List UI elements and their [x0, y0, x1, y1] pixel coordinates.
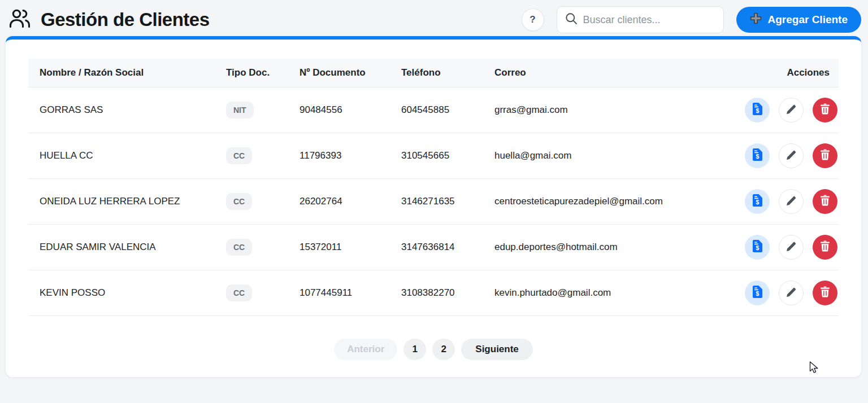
- delete-button[interactable]: [813, 281, 837, 305]
- invoice-button[interactable]: $: [745, 281, 770, 305]
- phone: 3147636814: [390, 224, 483, 270]
- trash-icon: [820, 286, 830, 299]
- doc-number: 90484556: [288, 87, 390, 133]
- svg-text:$: $: [756, 153, 759, 160]
- trash-icon: [820, 103, 830, 116]
- phone: 310545665: [390, 133, 483, 178]
- phone: 604545885: [390, 87, 483, 133]
- svg-text:$: $: [756, 199, 759, 205]
- help-button[interactable]: ?: [522, 8, 544, 31]
- doc-number: 26202764: [288, 178, 390, 224]
- edit-button[interactable]: [779, 189, 804, 214]
- client-name: HUELLA CC: [28, 133, 215, 178]
- search-input[interactable]: [583, 14, 715, 26]
- doc-type-badge: CC: [226, 239, 252, 256]
- add-client-label: Agregar Cliente: [768, 14, 848, 26]
- page-header: Gestión de Clientes ? Agregar Cliente: [0, 0, 868, 36]
- invoice-dollar-icon: $: [753, 103, 762, 117]
- add-client-button[interactable]: Agregar Cliente: [736, 7, 861, 33]
- pencil-icon: [786, 104, 797, 116]
- phone: 3146271635: [390, 178, 483, 224]
- table-row: GORRAS SAS NIT 90484556 604545885 grras@…: [28, 87, 839, 133]
- invoice-dollar-icon: $: [753, 286, 762, 300]
- trash-icon: [820, 195, 830, 208]
- edit-button[interactable]: [779, 98, 804, 122]
- client-name: KEVIN POSSO: [28, 270, 215, 316]
- invoice-button[interactable]: $: [745, 189, 770, 214]
- col-phone: Teléfono: [390, 59, 483, 87]
- email: grras@gmai.com: [483, 87, 720, 133]
- invoice-button[interactable]: $: [745, 235, 770, 260]
- doc-type-badge: CC: [226, 193, 252, 210]
- client-name: EDUAR SAMIR VALENCIA: [28, 224, 215, 270]
- delete-button[interactable]: [813, 143, 837, 168]
- pencil-icon: [786, 287, 797, 299]
- magnifier-icon: [565, 12, 578, 27]
- pagination: Anterior 1 2 Siguiente: [28, 339, 839, 360]
- edit-button[interactable]: [779, 143, 804, 168]
- svg-text:$: $: [756, 244, 759, 251]
- clients-table: Nombre / Razón Social Tipo Doc. Nº Docum…: [28, 59, 839, 316]
- people-icon: [9, 8, 31, 31]
- edit-button[interactable]: [779, 281, 804, 305]
- col-doc-number: Nº Documento: [288, 59, 390, 87]
- pencil-icon: [786, 241, 797, 253]
- email: huella@gmai.com: [483, 133, 720, 178]
- pagination-next[interactable]: Siguiente: [461, 339, 533, 360]
- page-title: Gestión de Clientes: [41, 9, 210, 30]
- invoice-button[interactable]: $: [745, 98, 770, 122]
- invoice-dollar-icon: $: [753, 148, 762, 163]
- row-actions: $: [731, 235, 839, 260]
- invoice-button[interactable]: $: [745, 143, 770, 168]
- phone: 3108382270: [390, 270, 483, 316]
- doc-type-badge: NIT: [226, 102, 254, 119]
- pagination-page-1[interactable]: 1: [403, 339, 426, 360]
- search-box[interactable]: [557, 6, 724, 33]
- pagination-previous[interactable]: Anterior: [334, 339, 397, 360]
- trash-icon: [820, 149, 830, 162]
- delete-button[interactable]: [813, 189, 837, 214]
- doc-number: 1077445911: [288, 270, 390, 316]
- title-group: Gestión de Clientes: [9, 8, 210, 31]
- email: centroesteticapurezadepiel@gmail.com: [483, 178, 720, 224]
- svg-text:$: $: [756, 290, 759, 297]
- header-controls: ? Agregar Cliente: [522, 6, 861, 33]
- row-actions: $: [731, 281, 839, 305]
- table-row: EDUAR SAMIR VALENCIA CC 15372011 3147636…: [28, 224, 839, 270]
- delete-button[interactable]: [813, 98, 837, 122]
- doc-type-badge: CC: [226, 147, 252, 164]
- doc-type-badge: CC: [226, 284, 252, 301]
- pencil-icon: [786, 150, 797, 162]
- clients-card: Nombre / Razón Social Tipo Doc. Nº Docum…: [6, 36, 861, 377]
- svg-text:$: $: [756, 107, 759, 114]
- row-actions: $: [731, 189, 839, 214]
- question-mark-icon: ?: [530, 14, 535, 25]
- table-header-row: Nombre / Razón Social Tipo Doc. Nº Docum…: [28, 59, 839, 87]
- client-name: GORRAS SAS: [28, 87, 215, 133]
- client-name: ONEIDA LUZ HERRERA LOPEZ: [28, 178, 215, 224]
- col-name: Nombre / Razón Social: [28, 59, 215, 87]
- col-doc-type: Tipo Doc.: [215, 59, 288, 87]
- row-actions: $: [731, 143, 839, 168]
- plus-icon: [750, 12, 762, 27]
- row-actions: $: [731, 98, 839, 122]
- table-row: KEVIN POSSO CC 1077445911 3108382270 kev…: [28, 270, 839, 316]
- col-email: Correo: [483, 59, 720, 87]
- invoice-dollar-icon: $: [753, 240, 762, 254]
- pagination-page-2[interactable]: 2: [432, 339, 455, 360]
- col-actions: Acciones: [720, 59, 839, 87]
- edit-button[interactable]: [779, 235, 804, 260]
- doc-number: 15372011: [288, 224, 390, 270]
- email: kevin.phurtado@gmail.com: [483, 270, 720, 316]
- email: edup.deportes@hotmail.com: [483, 224, 720, 270]
- trash-icon: [820, 240, 830, 253]
- pencil-icon: [786, 195, 797, 208]
- invoice-dollar-icon: $: [753, 194, 762, 208]
- delete-button[interactable]: [813, 235, 837, 260]
- table-row: HUELLA CC CC 11796393 310545665 huella@g…: [28, 133, 839, 178]
- table-row: ONEIDA LUZ HERRERA LOPEZ CC 26202764 314…: [28, 178, 839, 224]
- doc-number: 11796393: [288, 133, 390, 178]
